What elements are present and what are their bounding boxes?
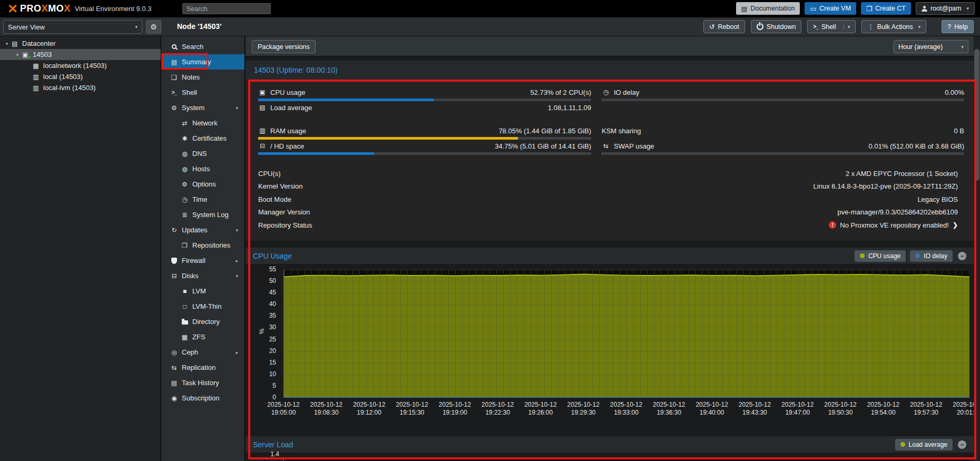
legend-label: CPU usage: [868, 252, 900, 260]
sidebar-item-directory[interactable]: Directory: [161, 314, 244, 329]
chart-legend: CPU usageIO delay: [855, 250, 953, 262]
collapse-icon[interactable]: −: [958, 252, 966, 260]
sidebar-item-subscription[interactable]: ◉Subscription: [161, 390, 244, 406]
sidebar-item-ceph[interactable]: ◎Ceph▸: [161, 345, 244, 360]
view-select[interactable]: Server View▾: [3, 20, 142, 34]
warning-icon: !: [829, 221, 836, 229]
x-tick-date: 2025-10-12: [439, 401, 471, 409]
x-tick-label: 2025-10-1219:57:30: [910, 401, 942, 417]
node-icon: ▣✔: [21, 51, 30, 58]
reboot-button[interactable]: ↺Reboot: [703, 20, 745, 33]
stat-value: 0.01% (512.00 KiB of 3.68 GiB): [869, 142, 964, 150]
shutdown-button[interactable]: Shutdown: [751, 20, 802, 33]
monitor-icon: ▭: [810, 5, 816, 13]
create-ct-button[interactable]: ❒Create CT: [861, 2, 911, 15]
chevron-down-icon[interactable]: ▾: [236, 273, 238, 279]
legend-toggle-cpu-usage[interactable]: CPU usage: [855, 250, 906, 262]
legend-toggle-load-average[interactable]: Load average: [895, 439, 953, 450]
x-tick-time: 19:15:30: [396, 409, 428, 417]
x-tick-time: 19:40:00: [695, 409, 728, 417]
legend-toggle-io-delay[interactable]: IO delay: [910, 250, 953, 262]
y-tick-label: 20: [255, 347, 276, 355]
x-tick-date: 2025-10-12: [610, 401, 642, 409]
search-icon: [170, 44, 179, 49]
cpu-usage-chart: [283, 270, 969, 398]
info-value-text: Linux 6.14.8-3-bpo12-pve (2025-09-12T11:…: [814, 182, 958, 190]
sidebar-item-notes[interactable]: ❑Notes: [161, 70, 244, 85]
version-label: Virtual Environment 9.0.3: [75, 5, 152, 13]
sidebar-item-label: Firewall: [182, 257, 205, 264]
user-menu-button[interactable]: root@pam▾: [916, 2, 975, 15]
sidebar-item-system-log[interactable]: ≣System Log: [161, 207, 244, 222]
tasks-icon: ▤: [170, 379, 179, 387]
package-versions-button[interactable]: Package versions: [252, 40, 316, 53]
x-tick-label: 2025-10-1219:36:30: [653, 401, 685, 417]
storage-icon: ▥: [32, 84, 40, 92]
sidebar-item-time[interactable]: ◷Time: [161, 192, 244, 207]
sidebar-item-updates[interactable]: ↻Updates▾: [161, 222, 244, 238]
sidebar-item-lvm[interactable]: ■LVM: [161, 283, 244, 299]
sidebar-item-firewall[interactable]: Firewall▸: [161, 253, 244, 268]
gear-button[interactable]: ⚙: [146, 20, 161, 34]
sidebar-item-options[interactable]: ⚙Options: [161, 176, 244, 192]
y-axis-label: %: [258, 329, 266, 335]
info-value-text: Legacy BIOS: [917, 195, 958, 203]
y-tick-label: 0: [255, 394, 276, 401]
x-tick-time: 19:43:30: [739, 409, 771, 417]
create-vm-button[interactable]: ▭Create VM: [805, 2, 856, 15]
x-tick-label: 2025-10-1219:26:00: [524, 401, 556, 417]
legend-label: Load average: [909, 441, 947, 448]
sidebar-item-task-history[interactable]: ▤Task History: [161, 375, 244, 390]
chevron-down-icon[interactable]: ▾: [236, 228, 238, 233]
sidebar-item-shell[interactable]: >_Shell: [161, 85, 244, 100]
lifebuoy-icon: ◉: [170, 395, 179, 402]
chevron-down-icon[interactable]: ▾: [3, 41, 11, 46]
sidebar-item-lvm-thin[interactable]: □LVM-Thin: [161, 299, 244, 314]
sidebar-item-system[interactable]: ⚙System▾: [161, 100, 244, 115]
time-range-select[interactable]: Hour (average)▾: [894, 40, 968, 53]
y-axis-tick: 1.4: [258, 450, 279, 458]
x-tick-date: 2025-10-12: [396, 401, 428, 409]
bulk-actions-button[interactable]: ⋮Bulk Actions▾: [861, 20, 926, 33]
x-tick-time: 19:47:00: [781, 409, 814, 417]
tree-item-14503[interactable]: ▾▣✔14503: [0, 49, 161, 60]
tree-item-local-lvm-14503[interactable]: ▥local-lvm (14503): [0, 82, 161, 93]
help-button[interactable]: ?Help: [942, 20, 974, 33]
collapse-icon[interactable]: −: [958, 440, 966, 449]
content-toolbar: Package versions Hour (average)▾: [246, 36, 974, 56]
storage-icon: ▥: [32, 73, 40, 81]
x-tick-date: 2025-10-12: [353, 401, 385, 409]
sidebar-item-dns[interactable]: ◍DNS: [161, 146, 244, 161]
chevron-right-icon[interactable]: ▸: [236, 258, 238, 263]
sidebar-item-label: Task History: [182, 379, 219, 387]
chevron-right-icon[interactable]: ▸: [236, 350, 238, 355]
disk-icon: ⊟: [170, 272, 179, 280]
chevron-down-icon[interactable]: ▾: [14, 52, 21, 57]
scrollbar-thumb[interactable]: [974, 49, 979, 181]
shell-button[interactable]: >_Shell▾: [807, 20, 856, 33]
sidebar-item-zfs[interactable]: ▦ZFS: [161, 329, 244, 345]
vertical-scrollbar[interactable]: [974, 36, 980, 461]
tree-item-local-14503[interactable]: ▥local (14503): [0, 71, 161, 82]
tree-item-datacenter[interactable]: ▾▤Datacenter: [0, 38, 161, 49]
sidebar-item-replication[interactable]: ⇆Replication: [161, 360, 244, 375]
documentation-button[interactable]: ▤Documentation: [736, 2, 800, 15]
sidebar-item-disks[interactable]: ⊟Disks▾: [161, 268, 244, 283]
cpu-icon: ▣: [258, 89, 267, 96]
tree-item-localnetwork-14503[interactable]: ▦localnetwork (14503): [0, 60, 161, 71]
sidebar-item-hosts[interactable]: ◍Hosts: [161, 161, 244, 176]
sidebar-item-certificates[interactable]: ✱Certificates: [161, 131, 244, 146]
x-tick-label: 2025-10-1219:54:00: [867, 401, 899, 417]
chevron-down-icon[interactable]: ▾: [236, 105, 238, 111]
sidebar-item-repositories[interactable]: ❐Repositories: [161, 238, 244, 253]
sidebar-item-search[interactable]: Search: [161, 39, 244, 54]
sidebar-item-summary[interactable]: ▤Summary: [161, 54, 244, 70]
summary-panel-title: 14503 (Uptime: 08:00:10): [246, 61, 974, 80]
sidebar-item-label: ZFS: [192, 333, 205, 341]
chevron-down-icon[interactable]: ▾: [844, 24, 850, 30]
stat-value: 1.08,1.11,1.09: [548, 104, 591, 112]
chevron-right-icon[interactable]: ❯: [953, 221, 958, 229]
sidebar-item-network[interactable]: ⇄Network: [161, 115, 244, 131]
search-input[interactable]: [182, 3, 271, 14]
sidebar-item-label: Summary: [182, 58, 211, 66]
